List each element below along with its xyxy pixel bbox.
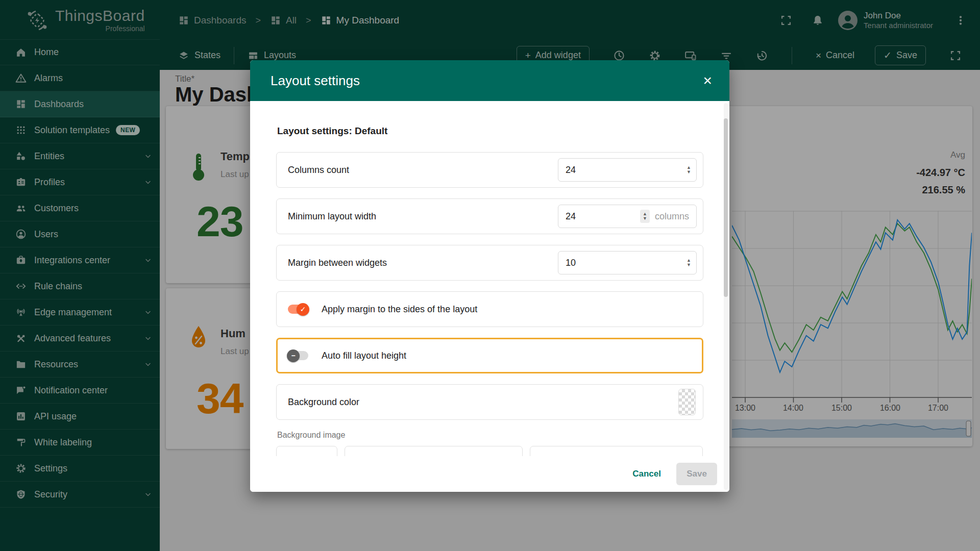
apply-margin-toggle[interactable]: ✓: [288, 305, 308, 314]
auto-fill-height-row: − Auto fill layout height: [276, 338, 703, 373]
dialog-scrollbar-thumb[interactable]: [724, 118, 728, 297]
toggle-thumb-minus-icon: −: [287, 349, 300, 362]
columns-count-stepper[interactable]: ▲▼: [687, 165, 691, 174]
toggle-thumb-check-icon: ✓: [297, 303, 309, 316]
columns-suffix: columns: [655, 211, 689, 222]
background-color-row: Background color: [276, 384, 703, 420]
min-layout-width-stepper[interactable]: ▲▼: [640, 210, 650, 223]
background-color-swatch[interactable]: [678, 389, 696, 415]
dialog-save-button[interactable]: Save: [676, 463, 717, 485]
columns-count-value: 24: [566, 165, 576, 176]
min-layout-width-value: 24: [566, 211, 576, 222]
background-image-label: Background image: [277, 431, 703, 440]
dialog-scrollbar[interactable]: [724, 103, 728, 490]
dialog-body: Layout settings: Default Columns count 2…: [250, 101, 729, 492]
apply-margin-row: ✓ Apply margin to the sides of the layou…: [276, 291, 703, 327]
auto-fill-height-toggle[interactable]: −: [288, 351, 308, 360]
dialog-cancel-button[interactable]: Cancel: [632, 469, 661, 479]
dialog-section-title: Layout settings: Default: [277, 126, 703, 137]
columns-count-row: Columns count 24 ▲▼: [276, 152, 703, 188]
margin-between-widgets-label: Margin between widgets: [288, 258, 387, 268]
min-layout-width-input[interactable]: 24 ▲▼ columns: [558, 205, 697, 228]
dialog-header: Layout settings ×: [250, 60, 729, 101]
columns-count-input[interactable]: 24 ▲▼: [558, 158, 697, 182]
background-color-label: Background color: [288, 397, 359, 408]
min-layout-width-row: Minimum layout width 24 ▲▼ columns: [276, 198, 703, 234]
columns-count-label: Columns count: [288, 165, 349, 176]
auto-fill-height-label: Auto fill layout height: [322, 350, 406, 361]
app-window: ThingsBoard Professional HomeAlarmsDashb…: [0, 0, 980, 551]
layout-settings-dialog: Layout settings × Layout settings: Defau…: [250, 60, 729, 492]
dialog-footer: Cancel Save: [250, 456, 729, 492]
dialog-close-icon[interactable]: ×: [699, 71, 716, 90]
margin-between-widgets-stepper[interactable]: ▲▼: [687, 258, 691, 267]
apply-margin-label: Apply margin to the sides of the layout: [322, 304, 477, 315]
margin-between-widgets-row: Margin between widgets 10 ▲▼: [276, 245, 703, 281]
min-layout-width-label: Minimum layout width: [288, 211, 376, 222]
margin-between-widgets-value: 10: [566, 258, 576, 268]
dialog-title: Layout settings: [271, 73, 360, 89]
margin-between-widgets-input[interactable]: 10 ▲▼: [558, 251, 697, 274]
